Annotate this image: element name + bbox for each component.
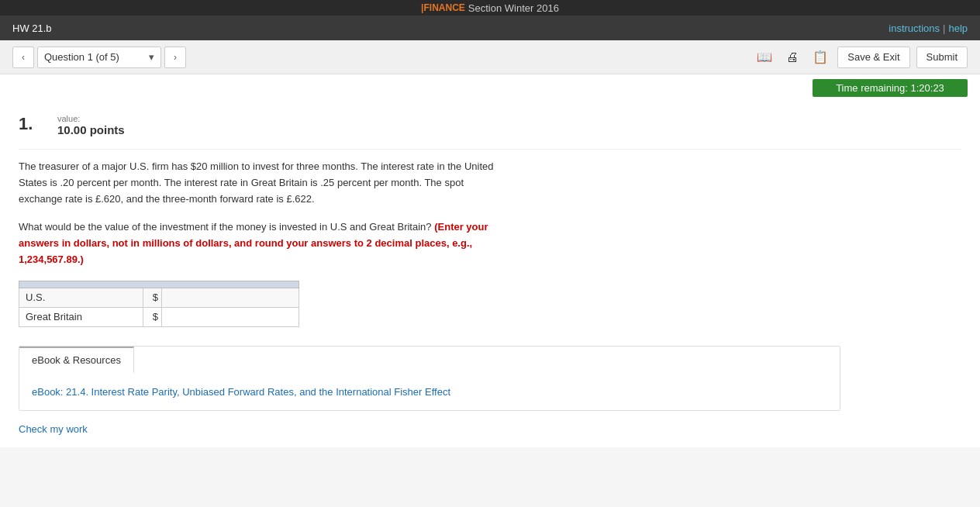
question-nav: ‹ Question 1 (of 5) ▾ › bbox=[12, 47, 186, 68]
ebook-tabs: eBook & Resources bbox=[19, 347, 840, 374]
prev-question-button[interactable]: ‹ bbox=[12, 47, 34, 68]
ebook-section: eBook & Resources eBook: 21.4. Interest … bbox=[19, 346, 840, 411]
section-title: Section Winter 2016 bbox=[468, 2, 559, 14]
question-divider bbox=[19, 149, 961, 150]
input-table: U.S. $ Great Britain $ bbox=[19, 281, 299, 327]
nav-separator: | bbox=[943, 22, 945, 34]
sub-header: HW 21.b instructions | help bbox=[0, 16, 980, 40]
hw-title: HW 21.b bbox=[12, 22, 52, 34]
top-bar: |FINANCE Section Winter 2016 bbox=[0, 0, 980, 16]
print-icon[interactable]: 🖨 bbox=[782, 47, 803, 68]
timer-badge: Time remaining: 1:20:23 bbox=[813, 79, 968, 97]
value-label: value: bbox=[57, 114, 125, 123]
us-label: U.S. bbox=[19, 288, 143, 307]
gb-currency: $ bbox=[143, 307, 162, 326]
ebook-tab[interactable]: eBook & Resources bbox=[19, 347, 134, 374]
check-my-work-link[interactable]: Check my work bbox=[19, 423, 88, 435]
submit-button[interactable]: Submit bbox=[916, 47, 968, 68]
timer-bar: Time remaining: 1:20:23 bbox=[0, 74, 980, 102]
finance-logo: |FINANCE bbox=[421, 2, 465, 13]
table-header-cell bbox=[19, 281, 299, 288]
table-header-row bbox=[19, 281, 299, 288]
question-body: The treasurer of a major U.S. firm has $… bbox=[19, 159, 499, 207]
question-dropdown[interactable]: Question 1 (of 5) ▾ bbox=[37, 47, 161, 68]
question-instruction: What would be the value of the investmen… bbox=[19, 219, 499, 267]
instruction-plain: What would be the value of the investmen… bbox=[19, 221, 432, 233]
ebook-link[interactable]: eBook: 21.4. Interest Rate Parity, Unbia… bbox=[32, 386, 450, 398]
instructions-link[interactable]: instructions bbox=[889, 22, 940, 34]
save-exit-button[interactable]: Save & Exit bbox=[837, 47, 909, 68]
us-input-cell[interactable] bbox=[162, 288, 299, 307]
question-dropdown-label: Question 1 (of 5) bbox=[44, 51, 119, 63]
table-row: U.S. $ bbox=[19, 288, 299, 307]
points-value: 10.00 points bbox=[57, 123, 125, 136]
table-icon[interactable]: 📋 bbox=[809, 47, 831, 68]
gb-label: Great Britain bbox=[19, 307, 143, 326]
nav-links: instructions | help bbox=[889, 22, 968, 34]
table-row: Great Britain $ bbox=[19, 307, 299, 326]
us-input[interactable] bbox=[162, 288, 298, 307]
chevron-down-icon: ▾ bbox=[149, 51, 154, 63]
main-content: 1. value: 10.00 points The treasurer of … bbox=[0, 102, 980, 447]
ebook-content: eBook: 21.4. Interest Rate Parity, Unbia… bbox=[19, 374, 840, 410]
question-number: 1. bbox=[19, 114, 57, 134]
gb-input[interactable] bbox=[162, 308, 298, 326]
next-question-button[interactable]: › bbox=[164, 47, 186, 68]
question-meta: value: 10.00 points bbox=[57, 114, 125, 136]
question-header: 1. value: 10.00 points bbox=[19, 114, 961, 136]
help-link[interactable]: help bbox=[948, 22, 968, 34]
toolbar: ‹ Question 1 (of 5) ▾ › 📖 🖨 📋 Save & Exi… bbox=[0, 40, 980, 74]
book-icon[interactable]: 📖 bbox=[754, 47, 775, 68]
gb-input-cell[interactable] bbox=[162, 307, 299, 326]
us-currency: $ bbox=[143, 288, 162, 307]
toolbar-right: 📖 🖨 📋 Save & Exit Submit bbox=[754, 47, 968, 68]
